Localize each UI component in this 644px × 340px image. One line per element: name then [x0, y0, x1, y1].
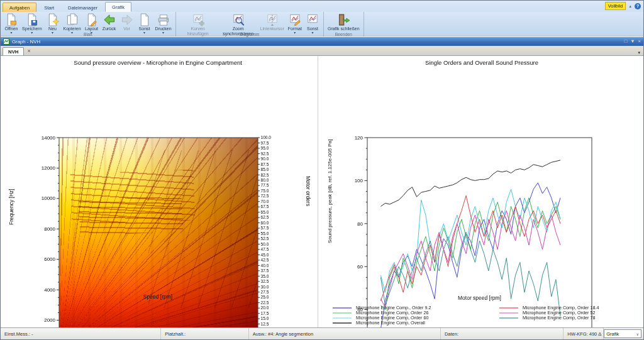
tick-label: 20.0: [261, 305, 269, 310]
tab-start[interactable]: Start: [38, 3, 60, 12]
legend-swatch: [333, 317, 352, 319]
ribbon: AufgabenStartDateimanagerGrafik Vollbild…: [1, 1, 643, 36]
statusbar-item-3: Daten:: [441, 328, 564, 339]
ribbon-button-label: Grafik schließen: [328, 26, 360, 31]
tick-label: 80.0: [261, 178, 269, 182]
tick-label: 67.5: [261, 204, 269, 209]
tick-label: 87.5: [261, 162, 269, 167]
tab-close-icon[interactable]: ×: [27, 48, 30, 54]
tab-nvh[interactable]: NVH: [3, 47, 24, 55]
legend-item-microphone-engine-comp-overall: Microphone Engine Comp, Overall: [333, 320, 425, 326]
tick-label: 42.5: [261, 258, 269, 262]
chevron-down-icon: ∨: [636, 332, 639, 336]
grafik-schlie-en-button[interactable]: Grafik schließen: [326, 13, 361, 32]
legend-swatch: [499, 307, 518, 309]
ribbon-tab-bar-right: Vollbild ▴ ?: [605, 1, 641, 11]
tick-label: 120: [355, 135, 364, 141]
tick-label: 77.5: [261, 183, 269, 187]
tick-label: 60: [357, 264, 363, 270]
tick-label: 52.5: [261, 236, 269, 241]
restore-icon[interactable]: □: [625, 38, 628, 45]
tick-label: 60.0: [261, 221, 269, 225]
vor-button[interactable]: Vor: [119, 13, 135, 32]
back-icon: [103, 13, 116, 26]
view-select-value: Grafik: [606, 331, 619, 337]
series-line-microphone-engine-comp-overall: [380, 160, 560, 207]
tick-label: 32.5: [261, 279, 269, 283]
plot-frame: [59, 138, 258, 340]
tick-label: 72.5: [261, 194, 269, 198]
window-title: Graph - NVH: [12, 39, 40, 45]
layout-icon: [85, 13, 99, 26]
print-icon: [157, 13, 170, 26]
ribbon-button-label: Vor: [123, 26, 130, 31]
right-chart-xlabel: Motor speed [rpm]: [367, 295, 592, 301]
tick-label: 22.5: [261, 300, 269, 305]
tick-label: 45.0: [261, 253, 269, 257]
tick-label: 4000: [44, 287, 55, 293]
close-icon[interactable]: ×: [638, 38, 641, 45]
legend-swatch: [333, 307, 352, 309]
tick-label: 92.5: [261, 151, 269, 156]
legend-swatch: [499, 312, 518, 314]
open-icon: [4, 13, 18, 26]
tick-label: 75.0: [261, 189, 269, 193]
tick-label: 12000: [42, 165, 56, 171]
left-chart-xlabel: Speed [rpm]: [38, 293, 277, 300]
tick-label: 10000: [42, 195, 56, 201]
tick-label: 62.5: [261, 215, 269, 219]
zur-ck-button[interactable]: Zurück: [101, 13, 118, 32]
more-icon: [138, 13, 152, 26]
left-chart-title: Sound pressure overview - Microphone in …: [38, 59, 277, 66]
tick-label: 57.5: [261, 226, 269, 230]
tab-dateimanager[interactable]: Dateimanager: [62, 3, 104, 12]
tick-label: 65.0: [261, 210, 269, 214]
pin-icon[interactable]: ▼: [630, 38, 635, 45]
linienkursor-button[interactable]: Linienkursor: [259, 13, 286, 32]
tick-label: 12.5: [261, 322, 269, 326]
series-line-microphone-engine-comp-order-78: [380, 233, 560, 316]
zoom-sync-icon: [231, 13, 245, 26]
help-icon[interactable]: ?: [635, 3, 641, 9]
legend-swatch: [333, 312, 352, 314]
ribbon-groups: Öffnen▾Speichern▾Neu▾Kopieren▾Layout▾Zur…: [1, 12, 364, 36]
statusbar-item-0: Einst.Mess.: -: [1, 328, 161, 339]
tab-strip-chevron-icon[interactable]: ▾: [638, 50, 640, 55]
ribbon-button-label: Linienkursor: [260, 26, 284, 31]
ribbon-group-blatt: Öffnen▾Speichern▾Neu▾Kopieren▾Layout▾Zur…: [1, 12, 176, 36]
legend-label: Microphone Engine Comp, Overall: [356, 320, 425, 326]
tick-label: 40.0: [261, 263, 269, 268]
ribbon-collapse-icon[interactable]: ▴: [629, 4, 631, 8]
panel-divider: [318, 56, 318, 329]
save-icon: [25, 13, 39, 26]
tab-aufgaben[interactable]: Aufgaben: [3, 3, 36, 12]
chart-legend: Microphone Engine Comp., Order 9.2Microp…: [321, 305, 643, 327]
ribbon-group-caption: Beenden: [324, 32, 364, 36]
legend-item-microphone-engine-comp-order-78: Microphone Engine Comp, Order 78: [499, 315, 595, 321]
tick-label: 2000: [44, 317, 55, 323]
ribbon-group-diagramm: Kurven hinzufügenZoom synchronisierenLin…: [176, 12, 324, 36]
tick-label: 55.0: [261, 231, 269, 236]
left-chart-axes: 1000200030004000500060007000800002000400…: [32, 133, 315, 340]
app-icon: [3, 38, 9, 45]
inner-window-titlebar[interactable]: Graph - NVH □ ▼ ×: [1, 37, 643, 46]
tick-label: 95.0: [261, 146, 269, 150]
statusbar-item-2: Ausw.: #4: Angle segmention: [249, 328, 441, 339]
format-icon: [288, 13, 302, 26]
vollbild-button[interactable]: Vollbild: [605, 2, 626, 10]
view-select[interactable]: Grafik ∨: [604, 329, 641, 338]
ribbon-group-caption: Diagramm: [176, 32, 323, 36]
tick-label: 17.5: [261, 311, 269, 315]
tick-label: 85.0: [261, 167, 269, 172]
new-icon: [46, 13, 60, 26]
forward-icon: [120, 13, 134, 26]
tick-label: 100.0: [261, 135, 272, 140]
tick-label: 82.5: [261, 173, 269, 177]
more-chart-icon: [306, 13, 319, 26]
application-window: AufgabenStartDateimanagerGrafik Vollbild…: [0, 0, 644, 340]
tab-grafik[interactable]: Grafik: [105, 2, 131, 12]
tick-label: 15.0: [261, 316, 269, 321]
legend-swatch: [333, 322, 352, 324]
tick-label: 14000: [42, 135, 56, 141]
legend-swatch: [499, 317, 518, 319]
